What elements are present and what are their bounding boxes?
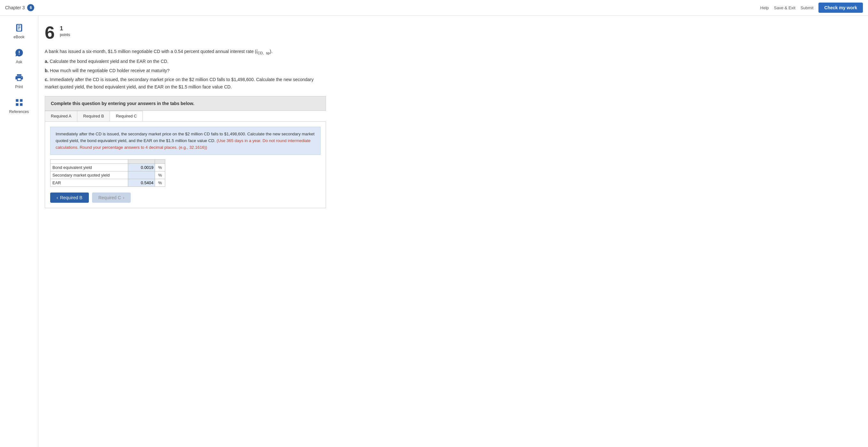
sidebar-item-references[interactable]: References (9, 97, 29, 114)
tab-description: Immediately after the CD is issued, the … (50, 127, 320, 155)
tab-required-a[interactable]: Required A (45, 111, 78, 121)
nav-buttons: ‹ Required B Required C › (50, 193, 320, 203)
save-exit-link[interactable]: Save & Exit (774, 5, 796, 10)
table-row: Secondary market quoted yield % (51, 171, 165, 179)
row-1-input[interactable] (128, 164, 155, 171)
check-my-work-button[interactable]: Check my work (818, 3, 863, 13)
points-container: 1 points (60, 25, 70, 37)
sidebar: eBook Ask Print Referen (0, 15, 38, 447)
tab-c-content: Immediately after the CD is issued, the … (45, 122, 326, 208)
ask-label: Ask (16, 60, 22, 64)
row-2-input[interactable] (128, 171, 155, 179)
row-1-unit: % (155, 164, 165, 171)
grid-icon (13, 97, 25, 108)
col-header-unit (155, 160, 165, 164)
chapter-label: Chapter 3 (5, 5, 25, 10)
question-part-b: b. How much will the negotiable CD holde… (45, 67, 319, 74)
main-layout: eBook Ask Print Referen (0, 15, 868, 447)
sidebar-item-print[interactable]: Print (13, 72, 25, 89)
question-body: A bank has issued a six-month, $1.5 mill… (45, 48, 319, 90)
print-icon (13, 72, 25, 83)
col-header-label (51, 160, 128, 164)
sidebar-item-ask[interactable]: Ask (13, 47, 25, 64)
ear-input[interactable] (130, 180, 153, 185)
tab-required-b[interactable]: Required B (77, 111, 110, 121)
secondary-market-yield-input[interactable] (130, 173, 153, 177)
table-row: EAR % (51, 179, 165, 187)
ebook-label: eBook (13, 35, 24, 39)
answer-table: Bond equivalent yield % Secondary market… (50, 159, 165, 187)
references-label: References (9, 109, 29, 114)
back-button[interactable]: ‹ Required B (50, 193, 89, 203)
content-area: 6 1 points A bank has issued a six-month… (38, 15, 868, 447)
header: Chapter 3 6 Help Save & Exit Submit Chec… (0, 0, 868, 15)
question-part-a: a. Calculate the bond equivalent yield a… (45, 58, 319, 65)
row-3-label: EAR (51, 179, 128, 187)
row-2-label: Secondary market quoted yield (51, 171, 128, 179)
submit-link[interactable]: Submit (801, 5, 813, 10)
help-link[interactable]: Help (760, 5, 769, 10)
row-3-input[interactable] (128, 179, 155, 187)
question-header: 6 1 points (45, 22, 859, 43)
sidebar-item-ebook[interactable]: eBook (13, 22, 25, 39)
book-icon (13, 22, 25, 34)
next-button[interactable]: Required C › (92, 193, 131, 203)
row-2-unit: % (155, 171, 165, 179)
bond-eq-yield-input[interactable] (130, 165, 153, 170)
row-3-unit: % (155, 179, 165, 187)
question-part-c: c. Immediately after the CD is issued, t… (45, 76, 319, 90)
print-label: Print (15, 84, 23, 89)
back-chevron-icon: ‹ (57, 195, 58, 200)
table-row: Bond equivalent yield % (51, 164, 165, 171)
chapter-badge: 6 (27, 4, 34, 11)
tab-required-c[interactable]: Required C (110, 111, 143, 121)
tabs-row: Required A Required B Required C (45, 111, 326, 122)
col-header-value (128, 160, 155, 164)
instruction-box: Complete this question by entering your … (45, 96, 326, 111)
next-chevron-icon: › (123, 195, 125, 200)
question-number: 6 (45, 22, 55, 43)
points-label: points (60, 33, 70, 37)
question-intro: A bank has issued a six-month, $1.5 mill… (45, 48, 319, 56)
instruction-text: Complete this question by entering your … (51, 101, 194, 106)
chat-icon (13, 47, 25, 59)
row-1-label: Bond equivalent yield (51, 164, 128, 171)
chapter-info: Chapter 3 6 (5, 4, 34, 11)
top-bar-actions: Help Save & Exit Submit Check my work (760, 3, 863, 13)
